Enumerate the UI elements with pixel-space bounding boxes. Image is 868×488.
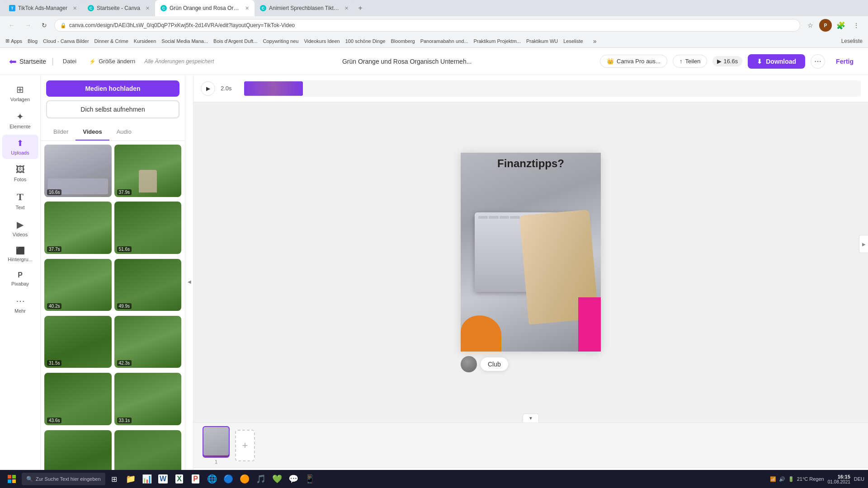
- video-thumb-4[interactable]: 51.6s: [114, 202, 182, 254]
- panel-collapse-btn[interactable]: ◀: [185, 75, 193, 488]
- taskbar-app12[interactable]: 📱: [302, 472, 317, 486]
- taskbar-app6[interactable]: 🌐: [205, 472, 219, 486]
- sidebar-item-hintergrund[interactable]: ⬛ Hintergru...: [2, 243, 38, 266]
- video-thumb-5[interactable]: 40.2s: [44, 259, 112, 311]
- file-menu[interactable]: Datei: [59, 56, 80, 66]
- bookmark-100[interactable]: 100 schöne Dinge: [345, 38, 386, 44]
- bookmarks-more[interactable]: »: [589, 35, 601, 47]
- taskbar-app8[interactable]: 🟠: [237, 472, 252, 486]
- taskbar-excel2[interactable]: X: [172, 472, 187, 486]
- bookmark-kursideen[interactable]: Kursideen: [134, 38, 156, 44]
- video-thumb-8[interactable]: 42.3s: [114, 316, 182, 368]
- bookmark-praktikum1[interactable]: Praktikum Projektm...: [473, 38, 521, 44]
- bookmark-cloud[interactable]: Cloud - Canva Bilder: [43, 38, 89, 44]
- reload-button[interactable]: ↻: [38, 19, 51, 32]
- sidebar-item-text[interactable]: T Text: [2, 188, 38, 214]
- sidebar-item-uploads[interactable]: ⬆ Uploads: [2, 135, 38, 159]
- tab-videos[interactable]: Videos: [75, 124, 109, 141]
- sidebar-pixabay-label: Pixabay: [11, 281, 29, 286]
- add-scene-button[interactable]: +: [235, 430, 255, 461]
- more-options-header-btn[interactable]: ⋯: [811, 54, 825, 69]
- sidebar-item-videos[interactable]: ▶ Videos: [2, 216, 38, 241]
- bookmark-dinner[interactable]: Dinner & Crime: [94, 38, 128, 44]
- avatar-image: [461, 356, 477, 372]
- right-panel-collapse-btn[interactable]: ▶: [859, 235, 868, 253]
- video-thumb-1[interactable]: 16.6s: [44, 145, 112, 197]
- home-button[interactable]: ⬅ Startseite: [9, 56, 46, 67]
- sidebar-item-mehr[interactable]: ⋯ Mehr: [2, 292, 38, 317]
- upload-media-button[interactable]: Medien hochladen: [46, 80, 179, 97]
- sidebar-hintergrund-label: Hintergru...: [8, 257, 32, 262]
- sidebar-item-vorlagen[interactable]: ⊞ Vorlagen: [2, 80, 38, 106]
- pro-button[interactable]: 👑 Canva Pro aus...: [600, 55, 667, 68]
- address-bar[interactable]: 🔒 canva.com/design/DAEi3hLsW_0/q0DqP7PxK…: [54, 19, 800, 32]
- bookmark-social[interactable]: Social Media Mana...: [161, 38, 208, 44]
- start-button[interactable]: [4, 471, 20, 487]
- bookmark-copy[interactable]: Copywriting neu: [263, 38, 299, 44]
- more-options-btn[interactable]: ⋮: [850, 19, 863, 32]
- share-icon: ↑: [679, 58, 683, 65]
- canvas-collapse-btn[interactable]: ▼: [523, 413, 539, 422]
- play-button[interactable]: ▶: [201, 81, 215, 96]
- tab-canva-design[interactable]: C Grün Orange und Rosa Organis... ✕: [155, 0, 255, 16]
- person-silhouette: [139, 170, 157, 192]
- sidebar-item-pixabay[interactable]: P Pixabay: [2, 267, 38, 290]
- video-thumb-7[interactable]: 31.5s: [44, 316, 112, 368]
- tab-tiktok-ads[interactable]: T TikTok Ads-Manager ✕: [4, 0, 82, 16]
- tab-audio[interactable]: Audio: [109, 124, 139, 141]
- tab-close-canva-design[interactable]: ✕: [245, 5, 249, 11]
- taskbar-file-explorer[interactable]: 📁: [123, 472, 138, 486]
- svg-rect-2: [8, 479, 11, 483]
- video-thumb-6[interactable]: 49.9s: [114, 259, 182, 311]
- share-button[interactable]: ↑ Teilen: [673, 55, 707, 68]
- forward-button[interactable]: →: [22, 19, 34, 32]
- sidebar-item-fotos[interactable]: 🖼 Fotos: [2, 161, 38, 186]
- tab-close-tiktok[interactable]: ✕: [73, 5, 77, 11]
- taskbar-edge[interactable]: 🔵: [221, 472, 236, 486]
- scene-thumb-1[interactable]: [203, 426, 230, 458]
- taskbar-powerpoint[interactable]: P: [189, 472, 203, 486]
- new-tab-button[interactable]: +: [354, 2, 367, 14]
- taskbar-word[interactable]: W: [156, 472, 170, 486]
- reading-mode-btn[interactable]: Leseliste: [841, 38, 863, 44]
- video-thumb-3[interactable]: 37.7s: [44, 202, 112, 254]
- sidebar-item-elemente[interactable]: ✦ Elemente: [2, 108, 38, 133]
- taskbar-search[interactable]: 🔍 Zur Suche Text hier eingeben: [22, 473, 105, 485]
- club-name-badge: Club: [481, 357, 508, 371]
- taskbar-app9[interactable]: 🎵: [254, 472, 268, 486]
- video-thumb-2[interactable]: 37.9s: [114, 145, 182, 197]
- tab-close-canva-home[interactable]: ✕: [146, 5, 150, 11]
- taskbar-task-view[interactable]: ⊞: [107, 472, 122, 486]
- timeline-clip[interactable]: [244, 81, 303, 96]
- taskbar-app10[interactable]: 💚: [270, 472, 284, 486]
- extension-btn[interactable]: 🧩: [835, 19, 847, 32]
- tab-canva-home[interactable]: C Startseite - Canva ✕: [82, 0, 155, 16]
- bookmark-praktikum2[interactable]: Praktikum WU: [526, 38, 558, 44]
- download-button[interactable]: ⬇ Download: [748, 54, 805, 69]
- taskbar-excel[interactable]: 📊: [140, 472, 154, 486]
- bookmark-blog[interactable]: Blog: [28, 38, 38, 44]
- timeline-track[interactable]: 2.0s: [244, 80, 861, 97]
- resize-menu[interactable]: ⚡ Größe ändern: [85, 56, 139, 66]
- profile-btn[interactable]: P: [819, 19, 832, 32]
- bookmark-bloomberg[interactable]: Bloomberg: [391, 38, 415, 44]
- bookmark-panorama[interactable]: Panoramabahn und...: [420, 38, 468, 44]
- tab-bilder[interactable]: Bilder: [46, 124, 75, 141]
- header-divider: |: [52, 56, 54, 66]
- video-thumb-9[interactable]: 43.6s: [44, 373, 112, 425]
- share-label: Teilen: [685, 58, 700, 65]
- taskbar-app11[interactable]: 💬: [286, 472, 301, 486]
- bookmark-bois[interactable]: Bois d'Argent Duft...: [213, 38, 257, 44]
- video-thumb-10[interactable]: 33.1s: [114, 373, 182, 425]
- tab-close-animiert[interactable]: ✕: [344, 5, 349, 11]
- bookmark-apps[interactable]: ⊞Apps: [5, 38, 22, 44]
- bookmark-leseliste[interactable]: Leseliste: [563, 38, 583, 44]
- bookmark-video[interactable]: Videokurs Ideen: [304, 38, 340, 44]
- fertig-button[interactable]: Fertig: [830, 55, 859, 68]
- tab-animiert[interactable]: C Animiert Sprechblasen Tiktok-H... ✕: [255, 0, 354, 16]
- club-avatar: [461, 356, 477, 372]
- record-self-button[interactable]: Dich selbst aufnehmen: [46, 100, 179, 118]
- canvas-frame[interactable]: Finanztipps?: [461, 153, 601, 352]
- back-button[interactable]: ←: [5, 19, 18, 32]
- bookmark-icon[interactable]: ☆: [804, 19, 816, 32]
